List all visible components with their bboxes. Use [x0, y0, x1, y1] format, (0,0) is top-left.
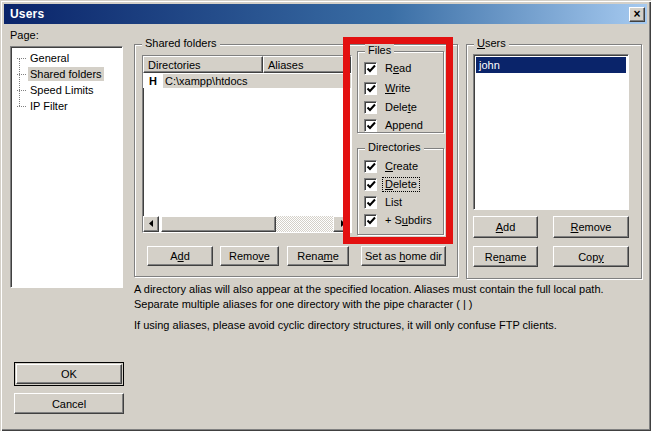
checkmark-icon	[365, 178, 376, 191]
delete-dirs-checkbox-row[interactable]: Delete	[364, 177, 419, 191]
add-user-button[interactable]: Add	[473, 216, 538, 238]
page-item-ip-filter[interactable]: IP Filter	[13, 98, 120, 114]
checkmark-icon	[365, 119, 376, 132]
tree-connector	[17, 74, 26, 75]
scrollbar-track[interactable]	[276, 216, 333, 232]
home-dir-marker: H	[143, 75, 163, 87]
checkmark-icon	[365, 101, 376, 114]
scrollbar-thumb[interactable]	[161, 216, 276, 232]
checkbox-checked[interactable]	[364, 62, 377, 75]
cyclic-note: If using aliases, please avoid cyclic di…	[134, 318, 639, 333]
directories-group-label: Directories	[365, 141, 424, 154]
subdirs-checkbox-row[interactable]: + Subdirs	[364, 213, 434, 227]
scroll-right-icon	[334, 216, 348, 232]
column-header-aliases[interactable]: Aliases	[263, 56, 351, 73]
horizontal-scrollbar[interactable]	[143, 216, 349, 232]
page-item-speed-limits[interactable]: Speed Limits	[13, 82, 120, 98]
tree-connector	[17, 90, 26, 91]
files-group-label: Files	[365, 44, 394, 57]
rename-directory-button[interactable]: Rename	[287, 246, 349, 266]
checkmark-icon	[365, 62, 376, 75]
scroll-left-button[interactable]	[143, 216, 159, 232]
checkmark-icon	[365, 214, 376, 227]
append-checkbox-row[interactable]: Append	[364, 118, 425, 132]
cancel-button[interactable]: Cancel	[14, 393, 124, 414]
checkmark-icon	[365, 160, 376, 173]
checkbox-checked[interactable]	[364, 119, 377, 132]
shared-folders-list[interactable]: Directories Aliases H C:\xampp\htdocs	[142, 55, 352, 233]
column-header-directories[interactable]: Directories	[143, 56, 263, 73]
page-label: Page:	[10, 29, 39, 41]
title-bar[interactable]: Users	[4, 4, 647, 24]
notes-text: A directory alias will also appear at th…	[134, 282, 639, 333]
remove-user-button[interactable]: Remove	[553, 216, 629, 238]
add-directory-button[interactable]: Add	[147, 246, 213, 266]
scroll-left-icon	[144, 216, 158, 232]
checkbox-checked[interactable]	[364, 214, 377, 227]
checkbox-checked[interactable]	[364, 82, 377, 95]
users-dialog: Users × Page: General Shared folders Spe…	[0, 0, 651, 431]
tree-connector	[17, 58, 26, 59]
tree-connector	[17, 106, 26, 107]
user-item-john[interactable]: john	[476, 57, 626, 73]
copy-user-button[interactable]: Copy	[553, 246, 629, 267]
checkbox-checked[interactable]	[364, 101, 377, 114]
directory-path: C:\xampp\htdocs	[163, 74, 351, 88]
write-checkbox-row[interactable]: Write	[364, 81, 412, 95]
users-group-label: Users	[474, 37, 509, 50]
list-header: Directories Aliases	[143, 56, 351, 73]
create-checkbox-row[interactable]: Create	[364, 159, 420, 173]
checkmark-icon	[365, 82, 376, 95]
read-checkbox-row[interactable]: Read	[364, 61, 413, 75]
close-icon: ×	[633, 8, 640, 20]
remove-directory-button[interactable]: Remove	[220, 246, 279, 266]
page-item-general[interactable]: General	[13, 50, 120, 66]
checkbox-checked[interactable]	[364, 160, 377, 173]
checkbox-checked[interactable]	[364, 178, 377, 191]
delete-files-checkbox-row[interactable]: Delete	[364, 100, 419, 114]
page-item-shared-folders[interactable]: Shared folders	[13, 66, 120, 82]
list-checkbox-row[interactable]: List	[364, 195, 404, 209]
rename-user-button[interactable]: Rename	[473, 246, 538, 267]
checkmark-icon	[365, 196, 376, 209]
checkbox-checked[interactable]	[364, 196, 377, 209]
scroll-right-button[interactable]	[333, 216, 349, 232]
page-tree: General Shared folders Speed Limits IP F…	[10, 46, 123, 288]
shared-folders-group-label: Shared folders	[142, 37, 220, 50]
ok-button[interactable]: OK	[14, 362, 124, 386]
alias-note: A directory alias will also appear at th…	[134, 282, 639, 312]
users-list[interactable]: john	[473, 54, 629, 210]
window-title: Users	[10, 7, 44, 21]
set-as-home-dir-button[interactable]: Set as home dir	[361, 246, 446, 266]
close-button[interactable]: ×	[629, 7, 645, 22]
directory-row[interactable]: H C:\xampp\htdocs	[143, 73, 351, 88]
